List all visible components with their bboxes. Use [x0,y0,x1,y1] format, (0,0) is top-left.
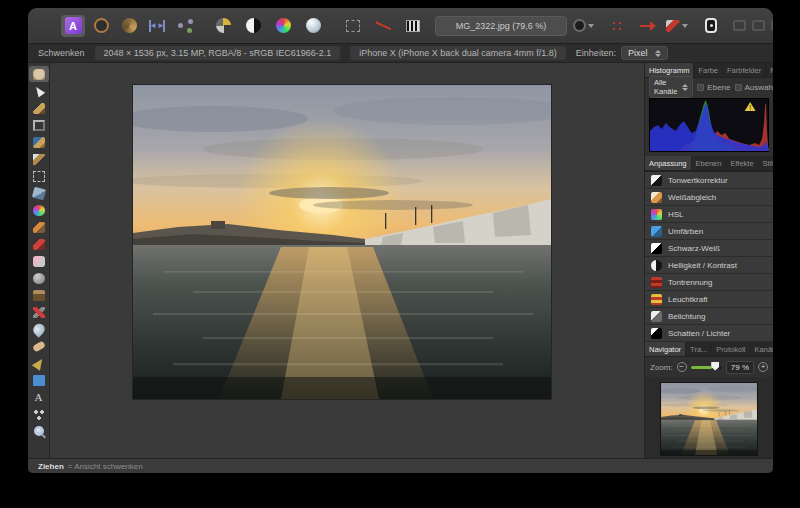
document-title: MG_2322.jpg (79,6 %) [435,16,567,36]
crop-tool[interactable] [29,117,49,133]
adjustment-item-black-white[interactable]: Schwarz-Weiß [645,240,773,257]
selection-marquee-button[interactable] [341,15,365,37]
zoom-in-button[interactable]: + [758,362,768,372]
status-action: Ziehen [38,462,64,471]
node-tool[interactable] [29,406,49,422]
transparency-pattern-button[interactable] [401,15,425,37]
marquee-select-tool[interactable] [29,168,49,184]
adjustment-item-exposure[interactable]: Belichtung [645,308,773,325]
tab-farbfelder[interactable]: Farbfelder [723,63,766,77]
tab-farbe[interactable]: Farbe [694,63,723,77]
gradient-tool[interactable] [29,202,49,218]
flood-select-tool[interactable] [29,151,49,167]
tab-pinsel[interactable]: Pinsel [766,63,773,77]
brightness-contrast-icon [651,260,662,271]
adjustment-item-shadows-highlights[interactable]: Schatten / Lichter [645,325,773,342]
shape-tool[interactable] [29,372,49,388]
rotate-left-icon[interactable] [733,20,746,31]
colour-replacement-brush-tool[interactable] [29,236,49,252]
color-picker-tool[interactable] [29,100,49,116]
tab-anpassung[interactable]: Anpassung [645,156,692,170]
adjustment-label: Schwarz-Weiß [668,244,720,253]
zoom-slider-thumb[interactable] [711,362,719,371]
adjustment-item-brightness-contrast[interactable]: Helligkeit / Kontrast [645,257,773,274]
snapping-move-button[interactable] [635,15,659,37]
channel-dropdown[interactable]: Alle Kanäle [649,76,693,98]
auto-levels-button[interactable] [211,15,235,37]
flip-horizontal-icon[interactable] [771,20,773,31]
adjustment-item-posterize[interactable]: Tontrennung [645,274,773,291]
tab-navigator[interactable]: Navigator [645,342,686,356]
healing-brush-tool[interactable] [29,304,49,320]
selection-checkbox[interactable]: Auswahl [735,83,774,92]
flood-fill-tool[interactable] [29,185,49,201]
tone-mapping-persona-button[interactable]: ◄► [145,15,169,37]
canvas-area[interactable] [50,63,644,458]
view-hand-tool[interactable] [29,66,49,82]
tab-stile[interactable]: Stile [759,156,773,170]
adjustment-label: HSL [668,210,684,219]
tab-transformieren[interactable]: Tra... [686,342,712,356]
rotate-right-icon[interactable] [752,20,765,31]
text-tool[interactable]: A [29,389,49,405]
tools-panel: A [28,63,50,458]
pen-tool[interactable] [29,355,49,371]
adjustment-item-vibrance[interactable]: Leuchtkraft [645,291,773,308]
magnifier-icon [34,426,44,436]
units-dropdown[interactable]: Pixel [621,46,669,60]
warning-icon: ! [749,104,751,111]
auto-colours-button[interactable] [271,15,295,37]
develop-persona-icon [122,18,137,33]
paint-brush-icon [33,222,45,233]
snapping-draw-button[interactable] [665,15,689,37]
selection-brush-tool[interactable] [29,134,49,150]
background-color-button[interactable] [571,15,595,37]
chevron-down-icon [682,24,688,28]
patch-tool[interactable] [29,338,49,354]
selection-brush-icon [33,137,45,148]
sponge-tool[interactable] [29,270,49,286]
tab-histogramm[interactable]: Histogramm [645,63,694,77]
adjustments-list: Tonwertkorrektur Weißabgleich HSL Umfärb… [645,171,773,342]
snapping-grid-button[interactable] [605,15,629,37]
adjustment-item-levels[interactable]: Tonwertkorrektur [645,172,773,189]
posterize-icon [651,277,662,288]
adjustment-item-white-balance[interactable]: Weißabgleich [645,189,773,206]
affinity-photo-persona-icon: A [65,17,82,34]
export-persona-button[interactable] [173,15,197,37]
pen-icon [31,356,46,371]
snap-move-icon [640,21,655,31]
paint-brush-tool[interactable] [29,219,49,235]
photo-persona-button[interactable]: A [61,15,85,37]
zoom-out-button[interactable]: − [677,362,687,372]
adjustment-item-hsl[interactable]: HSL [645,206,773,223]
tab-protokoll[interactable]: Protokoll [712,342,750,356]
zoom-slider[interactable] [691,366,722,369]
auto-contrast-button[interactable] [241,15,265,37]
clone-stamp-tool[interactable] [29,287,49,303]
tab-kanaele[interactable]: Kanäle [751,342,773,356]
camera-info: iPhone X (iPhone X back dual camera 4mm … [350,46,566,60]
eraser-tool[interactable] [29,253,49,269]
develop-persona-button[interactable] [117,15,141,37]
curves-icon [376,20,391,32]
move-tool[interactable] [29,83,49,99]
liquify-persona-button[interactable] [89,15,113,37]
tab-effekte[interactable]: Effekte [726,156,758,170]
auto-white-balance-button[interactable] [301,15,325,37]
assistant-button[interactable] [699,15,723,37]
node-mesh-icon [33,409,45,420]
layer-checkbox[interactable]: Ebene [697,83,730,92]
units-label: Einheiten: [576,48,616,58]
zoom-tool[interactable] [29,423,49,439]
adjustment-item-recolor[interactable]: Umfärben [645,223,773,240]
document-photo[interactable] [133,85,551,399]
blur-tool[interactable] [29,321,49,337]
zoom-value-field[interactable]: 79 % [726,361,754,374]
stepper-icon [682,84,688,91]
curves-button[interactable] [371,15,395,37]
adjustment-label: Schatten / Lichter [668,329,730,338]
tab-ebenen[interactable]: Ebenen [692,156,727,170]
navigator-thumbnail[interactable] [661,383,757,455]
marquee-icon [33,171,45,182]
